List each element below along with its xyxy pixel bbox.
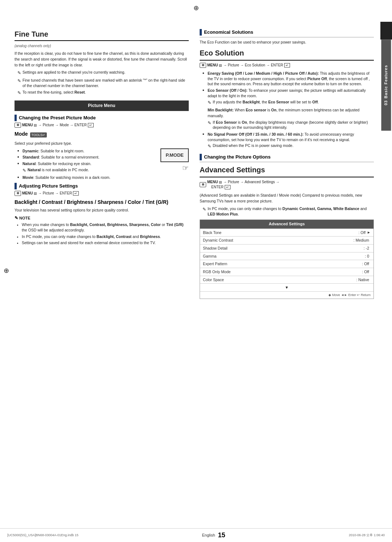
- page-number-area: English 15: [202, 531, 225, 540]
- eco-no-signal: No Signal Power Off (Off / 15 min. / 30 …: [203, 132, 374, 149]
- eco-solution-list: Energy Saving (Off / Low / Medium / High…: [200, 71, 374, 149]
- english-label: English: [202, 533, 215, 538]
- page-container: ⊕ ⊕ 03 Basic Features Fine Tune (analog …: [0, 0, 392, 542]
- advanced-settings-table: Advanced Settings Black Tone : Off ► Dyn…: [200, 219, 374, 299]
- blue-bar-2: [15, 183, 17, 189]
- advanced-pc-note: ✎ In PC mode, you can only make changes …: [200, 206, 374, 217]
- mode-list: Dynamic: Suitable for a bright room. Sta…: [15, 148, 189, 181]
- fine-tune-note2-text: Fine tuned channels that have been saved…: [23, 78, 189, 88]
- no-signal-note: ✎ Disabled when the PC is in power savin…: [208, 143, 374, 149]
- pencil-icon-3: ✎: [17, 90, 21, 96]
- page-number: 15: [218, 531, 225, 540]
- eco-sensor-note1: ✎ If you adjusts the Backlight, the Eco …: [208, 99, 374, 106]
- pencil-icon-note: ✎: [15, 215, 18, 221]
- sidebar-chapter: 03: [383, 100, 389, 105]
- adjusting-menu-path: ⊞ MENU ▤ → Picture → ENTER ↵: [15, 191, 189, 196]
- blue-bar-3: [200, 29, 202, 36]
- adv-label-expert-pattern: Expert Pattern: [203, 261, 362, 267]
- eco-sensor-note2-text: If Eco Sensor is On, the display brightn…: [213, 120, 374, 130]
- adv-value-gamma: : 0: [365, 254, 369, 259]
- adv-down-arrow: ▼: [285, 285, 289, 290]
- advanced-body: (Advanced Settings are available in Stan…: [200, 193, 374, 204]
- advanced-divider: [200, 177, 374, 177]
- advanced-menu-path: ⊞ MENU ▤ → Picture → Advanced Settings →…: [200, 180, 374, 190]
- note-bullet-1: When you make changes to Backlight, Cont…: [22, 222, 189, 233]
- adv-value-expert-pattern: : Off: [362, 261, 369, 267]
- adv-row-rgb-only: RGB Only Mode : Off: [200, 268, 373, 276]
- adv-row-gamma: Gamma : 0: [200, 252, 373, 260]
- adv-label-rgb-only: RGB Only Mode: [203, 269, 362, 275]
- mode-item-dynamic: Dynamic: Suitable for a bright room.: [17, 148, 189, 154]
- note-bullet-3: Settings can be saved and stored for eac…: [22, 240, 189, 246]
- fine-tune-title: Fine Tune: [15, 29, 189, 39]
- pencil-icon-eco1: ✎: [208, 100, 211, 106]
- economical-title: Economical Solutions: [204, 29, 253, 36]
- adjusting-section: Adjusting Picture Settings ⊞ MENU ▤ → Pi…: [15, 183, 189, 196]
- changing-preset-title: Changing the Preset Picture Mode: [19, 115, 96, 121]
- right-column: Economical Solutions The Eco Function ca…: [200, 29, 374, 303]
- menu-icon-1: ⊞: [15, 123, 21, 128]
- advanced-pc-note-text: In PC mode, you can only make changes to…: [208, 206, 374, 217]
- note-header: ✎ NOTE: [15, 215, 189, 221]
- mode-item-natural: Natural: Suitable for reducing eye strai…: [17, 161, 189, 173]
- eco-energy-saving: Energy Saving (Off / Low / Medium / High…: [203, 71, 374, 87]
- fine-tune-note3: ✎ To reset the fine-tuning, select Reset…: [15, 90, 189, 96]
- adv-label-dynamic-contrast: Dynamic Contrast: [203, 238, 354, 243]
- economical-divider: [200, 37, 374, 37]
- pencil-icon-2: ✎: [17, 78, 21, 84]
- fine-tune-note1-text: Settings are applied to the channel you'…: [23, 70, 125, 75]
- adv-table-footer: ◆ Move ◄► Enter ↩ Return: [200, 291, 373, 299]
- backlight-section: Backlight / Contrast / Brightness / Shar…: [15, 199, 189, 246]
- advanced-menu-path-text: MENU ▤ → Picture → Advanced Settings → E…: [207, 180, 279, 190]
- menu-icon-3: ⊞: [200, 63, 206, 68]
- backlight-title: Backlight / Contrast / Brightness / Shar…: [15, 199, 189, 206]
- adv-label-gamma: Gamma: [203, 254, 365, 259]
- advanced-settings-title: Advanced Settings: [200, 165, 374, 175]
- adv-table-header: Advanced Settings: [200, 220, 373, 228]
- changing-preset-header: Changing the Preset Picture Mode: [15, 115, 189, 121]
- natural-note: ✎ Natural is not available in PC mode.: [23, 167, 156, 174]
- sidebar-title: Basic Features: [383, 65, 389, 98]
- fine-tune-divider: [15, 40, 189, 41]
- menu-path-text-1: MENU ▤ → Picture → Mode → ENTER ↵: [22, 123, 94, 128]
- adv-row-expert-pattern: Expert Pattern : Off: [200, 260, 373, 268]
- adjusting-title: Adjusting Picture Settings: [19, 183, 78, 189]
- min-backlight-text: Min Backlight: When Eco sensor is On, th…: [208, 107, 374, 119]
- note-box: ✎ NOTE When you make changes to Backligh…: [15, 215, 189, 246]
- economical-header: Economical Solutions: [200, 29, 374, 36]
- options-divider: [200, 162, 374, 162]
- adv-value-dynamic-contrast: : Medium: [354, 238, 369, 243]
- mode-section: Mode TOOLS↵ Select your preferred pictur…: [15, 131, 189, 180]
- eco-menu-path-text: MENU ▤ → Picture → Eco Solution → ENTER …: [207, 63, 290, 68]
- economical-body: The Eco Function can be used to enhance …: [200, 40, 374, 45]
- changing-preset-menu-path: ⊞ MENU ▤ → Picture → Mode → ENTER ↵: [15, 123, 189, 128]
- tools-badge: TOOLS↵: [30, 132, 47, 138]
- fine-tune-body: If the reception is clear, you do not ha…: [15, 51, 189, 68]
- menu-path-text-2: MENU ▤ → Picture → ENTER ↵: [22, 191, 79, 196]
- menu-icon-4: ⊞: [200, 182, 206, 187]
- right-sidebar: 03 Basic Features: [380, 22, 392, 131]
- fine-tune-section: Fine Tune (analog channels only) If the …: [15, 29, 189, 96]
- sidebar-label: 03 Basic Features: [381, 40, 391, 131]
- fine-tune-note1: ✎ Settings are applied to the channel yo…: [15, 70, 189, 76]
- note-bullets-list: When you make changes to Backlight, Cont…: [15, 222, 189, 246]
- left-compass-icon: ⊕: [4, 266, 9, 275]
- eco-sensor: Eco Sensor (Off / On): To enhance your p…: [203, 88, 374, 130]
- changing-options-header: Changing the Picture Options: [200, 154, 374, 160]
- blue-bar-1: [15, 115, 17, 121]
- adv-row-shadow-detail: Shadow Detail : -2: [200, 244, 373, 252]
- adv-label-color-space: Color Space: [203, 277, 356, 283]
- changing-preset-section: Changing the Preset Picture Mode ⊞ MENU …: [15, 115, 189, 128]
- adv-value-black-tone: : Off: [358, 230, 366, 235]
- adv-value-rgb-only: : Off: [362, 269, 369, 275]
- adv-label-black-tone: Black Tone: [203, 230, 358, 235]
- eco-solution-title: Eco Solution: [200, 48, 374, 58]
- bottom-right-text: 2010-06-28 오후 1:06:40: [349, 533, 385, 538]
- adv-value-color-space: : Native: [356, 277, 369, 283]
- pencil-icon-1: ✎: [17, 70, 21, 76]
- left-column: Fine Tune (analog channels only) If the …: [15, 29, 189, 303]
- adv-label-shadow-detail: Shadow Detail: [203, 246, 364, 251]
- pencil-icon-adv: ✎: [203, 206, 206, 213]
- pencil-icon-signal: ✎: [208, 143, 211, 149]
- eco-solution-section: Eco Solution ⊞ MENU ▤ → Picture → Eco So…: [200, 48, 374, 149]
